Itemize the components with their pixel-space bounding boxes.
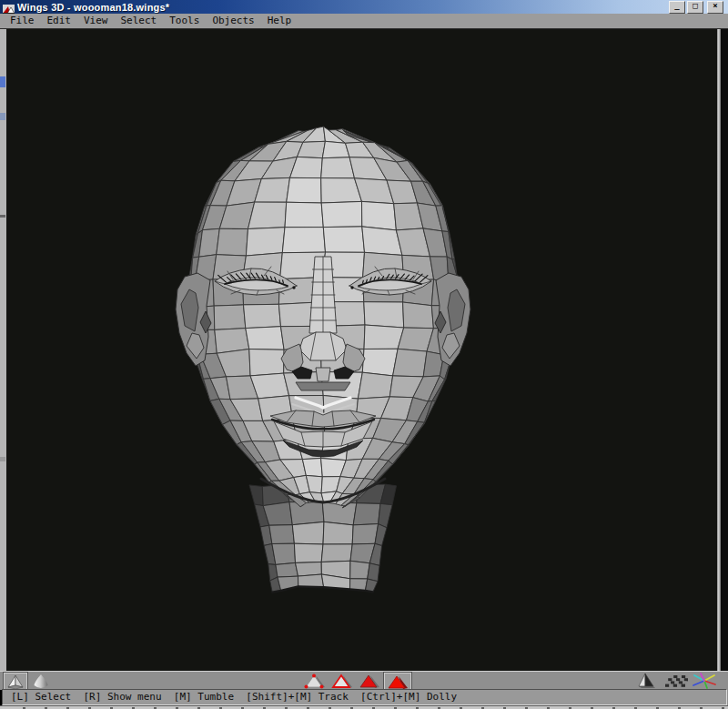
flat-preview-button[interactable] xyxy=(4,673,27,691)
vertex-mode-button[interactable] xyxy=(304,673,326,689)
body-mode-button[interactable] xyxy=(384,673,411,691)
menu-edit[interactable]: Edit xyxy=(41,14,78,28)
status-bar: [L] Select [R] Show menu [M] Tumble [Shi… xyxy=(2,689,727,705)
edge-mode-icon xyxy=(331,674,353,689)
vertex-mode-icon xyxy=(304,674,326,689)
edge-mode-button[interactable] xyxy=(331,673,353,689)
menu-bar: File Edit View Select Tools Objects Help xyxy=(0,14,728,29)
face-mode-icon xyxy=(359,674,380,689)
smooth-cone-icon xyxy=(32,674,50,688)
pyramid-icon xyxy=(635,673,657,689)
face-mode-button[interactable] xyxy=(359,673,380,689)
background-window-sliver xyxy=(0,29,6,671)
menu-objects[interactable]: Objects xyxy=(206,14,260,28)
maximize-button[interactable]: □ xyxy=(687,1,703,14)
head-model xyxy=(6,29,717,671)
menu-help[interactable]: Help xyxy=(261,14,298,28)
minimize-button[interactable]: _ xyxy=(669,1,685,14)
window-title: Wings 3D - woooman18.wings* xyxy=(17,2,169,13)
axes-icon xyxy=(691,673,718,689)
close-button[interactable]: × xyxy=(707,1,723,14)
title-bar: Wings 3D - woooman18.wings* _ □ × xyxy=(0,0,728,14)
perspective-toggle-button[interactable] xyxy=(634,673,658,689)
menu-select[interactable]: Select xyxy=(115,14,164,28)
menu-file[interactable]: File xyxy=(4,14,41,28)
body-mode-icon xyxy=(387,674,409,690)
window-controls: _ □ × xyxy=(669,1,723,14)
ground-plane-toggle-button[interactable] xyxy=(662,673,689,689)
smooth-preview-button[interactable] xyxy=(30,673,52,689)
axes-toggle-button[interactable] xyxy=(690,673,719,689)
wings3d-logo-icon xyxy=(3,2,15,12)
ground-grid-icon xyxy=(662,673,688,689)
flat-cone-icon xyxy=(6,674,25,689)
viewport[interactable] xyxy=(6,29,717,671)
menu-tools[interactable]: Tools xyxy=(163,14,206,28)
taskbar-sliver xyxy=(0,705,728,709)
desktop-edge xyxy=(721,29,728,671)
menu-view[interactable]: View xyxy=(77,14,115,28)
wings3d-window: { "window": { "title": "Wings 3D - wooom… xyxy=(0,0,728,709)
toolbar xyxy=(0,671,728,690)
